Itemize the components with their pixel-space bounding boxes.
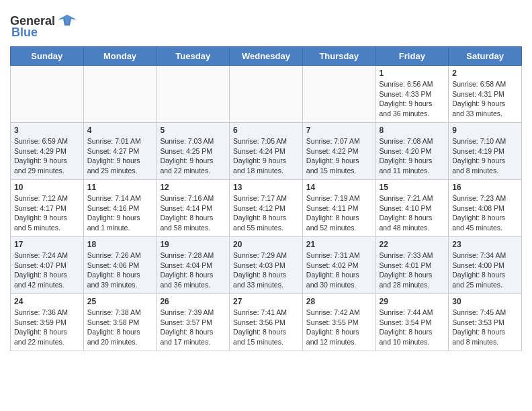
calendar-week-row: 1Sunrise: 6:56 AM Sunset: 4:33 PM Daylig… <box>11 66 522 123</box>
day-info: Sunrise: 6:59 AM Sunset: 4:29 PM Dayligh… <box>14 136 80 176</box>
calendar-week-row: 17Sunrise: 7:24 AM Sunset: 4:07 PM Dayli… <box>11 237 522 294</box>
calendar-week-row: 10Sunrise: 7:12 AM Sunset: 4:17 PM Dayli… <box>11 180 522 237</box>
day-info: Sunrise: 7:34 AM Sunset: 4:00 PM Dayligh… <box>452 250 518 290</box>
day-info: Sunrise: 7:31 AM Sunset: 4:02 PM Dayligh… <box>306 250 372 290</box>
calendar-cell: 27Sunrise: 7:41 AM Sunset: 3:56 PM Dayli… <box>230 294 303 351</box>
day-info: Sunrise: 7:16 AM Sunset: 4:14 PM Dayligh… <box>160 193 226 233</box>
day-info: Sunrise: 7:08 AM Sunset: 4:20 PM Dayligh… <box>380 136 445 176</box>
day-info: Sunrise: 7:26 AM Sunset: 4:06 PM Dayligh… <box>87 250 153 290</box>
calendar-cell: 1Sunrise: 6:56 AM Sunset: 4:33 PM Daylig… <box>375 66 449 123</box>
day-number: 13 <box>233 183 299 192</box>
calendar-cell: 4Sunrise: 7:01 AM Sunset: 4:27 PM Daylig… <box>83 123 157 180</box>
day-info: Sunrise: 7:19 AM Sunset: 4:11 PM Dayligh… <box>306 193 372 233</box>
day-number: 10 <box>14 183 80 192</box>
day-info: Sunrise: 7:28 AM Sunset: 4:04 PM Dayligh… <box>160 250 226 290</box>
day-number: 2 <box>452 68 518 78</box>
day-number: 17 <box>14 240 80 249</box>
calendar-cell: 11Sunrise: 7:14 AM Sunset: 4:16 PM Dayli… <box>83 180 157 237</box>
calendar-cell: 3Sunrise: 6:59 AM Sunset: 4:29 PM Daylig… <box>11 123 84 180</box>
day-number: 3 <box>14 126 80 135</box>
logo: General Blue <box>10 13 77 40</box>
day-number: 23 <box>452 240 518 249</box>
calendar-cell: 30Sunrise: 7:45 AM Sunset: 3:53 PM Dayli… <box>449 294 522 351</box>
day-number: 9 <box>452 126 518 135</box>
day-number: 24 <box>14 297 80 306</box>
calendar-cell: 13Sunrise: 7:17 AM Sunset: 4:12 PM Dayli… <box>230 180 303 237</box>
col-header-sunday: Sunday <box>11 47 84 66</box>
col-header-thursday: Thursday <box>302 47 375 66</box>
day-info: Sunrise: 7:01 AM Sunset: 4:27 PM Dayligh… <box>87 136 153 176</box>
calendar-cell <box>83 66 157 123</box>
day-info: Sunrise: 7:44 AM Sunset: 3:54 PM Dayligh… <box>380 308 445 347</box>
calendar-cell: 14Sunrise: 7:19 AM Sunset: 4:11 PM Dayli… <box>302 180 375 237</box>
calendar-cell: 21Sunrise: 7:31 AM Sunset: 4:02 PM Dayli… <box>302 237 375 294</box>
calendar-cell: 20Sunrise: 7:29 AM Sunset: 4:03 PM Dayli… <box>230 237 303 294</box>
day-number: 4 <box>87 126 153 135</box>
day-number: 15 <box>380 183 445 192</box>
day-number: 28 <box>306 297 372 306</box>
calendar-week-row: 3Sunrise: 6:59 AM Sunset: 4:29 PM Daylig… <box>11 123 522 180</box>
day-info: Sunrise: 7:33 AM Sunset: 4:01 PM Dayligh… <box>380 250 445 290</box>
day-info: Sunrise: 7:41 AM Sunset: 3:56 PM Dayligh… <box>233 308 299 347</box>
calendar-cell <box>157 66 230 123</box>
calendar-cell: 12Sunrise: 7:16 AM Sunset: 4:14 PM Dayli… <box>157 180 230 237</box>
calendar-cell: 26Sunrise: 7:39 AM Sunset: 3:57 PM Dayli… <box>157 294 230 351</box>
day-info: Sunrise: 7:21 AM Sunset: 4:10 PM Dayligh… <box>380 193 445 233</box>
col-header-saturday: Saturday <box>449 47 522 66</box>
day-info: Sunrise: 6:58 AM Sunset: 4:31 PM Dayligh… <box>452 79 518 119</box>
calendar-cell: 24Sunrise: 7:36 AM Sunset: 3:59 PM Dayli… <box>11 294 84 351</box>
day-info: Sunrise: 7:10 AM Sunset: 4:19 PM Dayligh… <box>452 136 518 176</box>
day-number: 27 <box>233 297 299 306</box>
svg-marker-1 <box>59 15 75 24</box>
day-info: Sunrise: 7:39 AM Sunset: 3:57 PM Dayligh… <box>160 308 226 347</box>
calendar-cell: 25Sunrise: 7:38 AM Sunset: 3:58 PM Dayli… <box>83 294 157 351</box>
calendar-cell: 17Sunrise: 7:24 AM Sunset: 4:07 PM Dayli… <box>11 237 84 294</box>
calendar-cell: 7Sunrise: 7:07 AM Sunset: 4:22 PM Daylig… <box>302 123 375 180</box>
day-number: 7 <box>306 126 372 135</box>
calendar-cell: 18Sunrise: 7:26 AM Sunset: 4:06 PM Dayli… <box>83 237 157 294</box>
day-info: Sunrise: 7:12 AM Sunset: 4:17 PM Dayligh… <box>14 193 80 233</box>
calendar-cell: 22Sunrise: 7:33 AM Sunset: 4:01 PM Dayli… <box>375 237 449 294</box>
day-info: Sunrise: 7:14 AM Sunset: 4:16 PM Dayligh… <box>87 193 153 233</box>
day-number: 14 <box>306 183 372 192</box>
day-number: 26 <box>160 297 226 306</box>
logo-blue-text: Blue <box>10 26 38 40</box>
calendar-cell: 16Sunrise: 7:23 AM Sunset: 4:08 PM Dayli… <box>449 180 522 237</box>
col-header-wednesday: Wednesday <box>230 47 303 66</box>
day-info: Sunrise: 7:17 AM Sunset: 4:12 PM Dayligh… <box>233 193 299 233</box>
day-number: 16 <box>452 183 518 192</box>
day-number: 25 <box>87 297 153 306</box>
calendar-cell: 2Sunrise: 6:58 AM Sunset: 4:31 PM Daylig… <box>449 66 522 123</box>
calendar-cell: 28Sunrise: 7:42 AM Sunset: 3:55 PM Dayli… <box>302 294 375 351</box>
day-number: 5 <box>160 126 226 135</box>
calendar-cell <box>11 66 84 123</box>
day-info: Sunrise: 7:38 AM Sunset: 3:58 PM Dayligh… <box>87 308 153 347</box>
calendar-header-row: SundayMondayTuesdayWednesdayThursdayFrid… <box>11 47 522 66</box>
calendar-cell: 8Sunrise: 7:08 AM Sunset: 4:20 PM Daylig… <box>375 123 449 180</box>
day-number: 22 <box>380 240 445 249</box>
day-info: Sunrise: 7:29 AM Sunset: 4:03 PM Dayligh… <box>233 250 299 290</box>
day-number: 18 <box>87 240 153 249</box>
day-number: 1 <box>380 68 445 78</box>
calendar-cell: 10Sunrise: 7:12 AM Sunset: 4:17 PM Dayli… <box>11 180 84 237</box>
day-number: 30 <box>452 297 518 306</box>
header: General Blue <box>10 10 522 40</box>
day-number: 21 <box>306 240 372 249</box>
calendar-cell: 19Sunrise: 7:28 AM Sunset: 4:04 PM Dayli… <box>157 237 230 294</box>
day-info: Sunrise: 7:07 AM Sunset: 4:22 PM Dayligh… <box>306 136 372 176</box>
day-number: 29 <box>380 297 445 306</box>
calendar-week-row: 24Sunrise: 7:36 AM Sunset: 3:59 PM Dayli… <box>11 294 522 351</box>
day-info: Sunrise: 7:23 AM Sunset: 4:08 PM Dayligh… <box>452 193 518 233</box>
col-header-monday: Monday <box>83 47 157 66</box>
calendar-cell: 15Sunrise: 7:21 AM Sunset: 4:10 PM Dayli… <box>375 180 449 237</box>
day-info: Sunrise: 7:24 AM Sunset: 4:07 PM Dayligh… <box>14 250 80 290</box>
calendar-cell <box>230 66 303 123</box>
logo-bird-icon <box>58 13 77 28</box>
calendar: SundayMondayTuesdayWednesdayThursdayFrid… <box>10 46 522 351</box>
col-header-friday: Friday <box>375 47 449 66</box>
day-info: Sunrise: 7:45 AM Sunset: 3:53 PM Dayligh… <box>452 308 518 347</box>
calendar-cell: 9Sunrise: 7:10 AM Sunset: 4:19 PM Daylig… <box>449 123 522 180</box>
day-number: 12 <box>160 183 226 192</box>
day-info: Sunrise: 7:36 AM Sunset: 3:59 PM Dayligh… <box>14 308 80 347</box>
calendar-cell: 29Sunrise: 7:44 AM Sunset: 3:54 PM Dayli… <box>375 294 449 351</box>
